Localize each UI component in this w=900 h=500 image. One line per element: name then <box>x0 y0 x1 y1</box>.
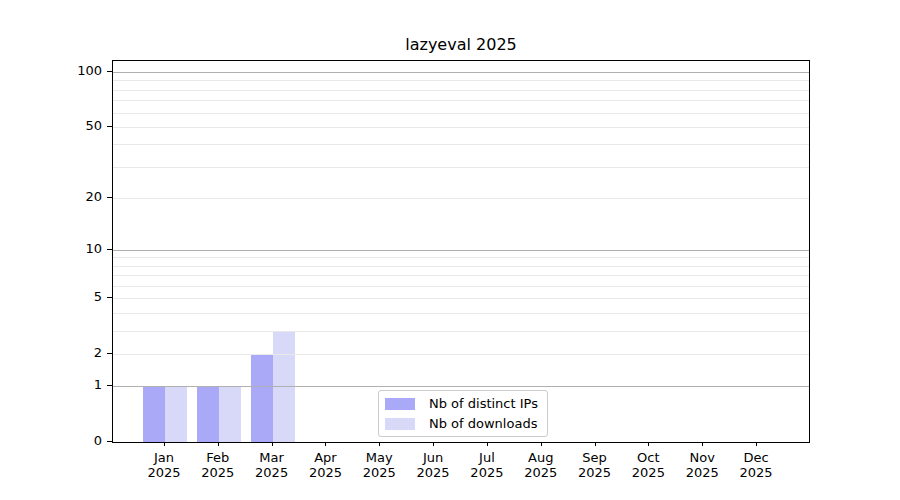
x-tick-label-jan: Jan 2025 <box>134 450 194 480</box>
y-tick-100 <box>107 71 112 72</box>
gridline-50 <box>113 127 809 128</box>
chart-figure: lazyeval 2025 Nb of distinct IPs Nb of d… <box>0 0 900 500</box>
gridline-2 <box>113 354 809 355</box>
gridline-10 <box>113 250 809 251</box>
gridline-1 <box>113 386 809 387</box>
legend-swatch-downloads <box>385 418 415 430</box>
y-tick-label-5: 5 <box>2 289 102 305</box>
legend-label-downloads: Nb of downloads <box>429 416 537 432</box>
x-tick-jun <box>433 442 434 446</box>
plot-area: Nb of distinct IPs Nb of downloads <box>112 60 810 443</box>
x-tick-may <box>379 442 380 446</box>
legend-label-distinct-ips: Nb of distinct IPs <box>429 396 538 412</box>
y-tick-20 <box>107 197 112 198</box>
x-tick-label-oct: Oct 2025 <box>618 450 678 480</box>
y-tick-label-100: 100 <box>2 63 102 79</box>
x-tick-nov <box>702 442 703 446</box>
x-tick-label-dec: Dec 2025 <box>726 450 786 480</box>
grid-layer <box>113 61 809 442</box>
y-tick-label-10: 10 <box>2 241 102 257</box>
gridline-20 <box>113 198 809 199</box>
y-tick-0 <box>107 441 112 442</box>
x-tick-feb <box>218 442 219 446</box>
legend-swatch-distinct-ips <box>385 398 415 410</box>
x-tick-label-apr: Apr 2025 <box>295 450 355 480</box>
y-tick-50 <box>107 126 112 127</box>
x-tick-sep <box>595 442 596 446</box>
gridline-7 <box>113 275 809 276</box>
x-tick-jan <box>164 442 165 446</box>
gridline-3 <box>113 331 809 332</box>
y-tick-label-20: 20 <box>2 189 102 205</box>
y-tick-label-0: 0 <box>2 433 102 449</box>
y-tick-label-50: 50 <box>2 118 102 134</box>
gridline-100 <box>113 72 809 73</box>
gridline-40 <box>113 144 809 145</box>
y-tick-label-1: 1 <box>2 377 102 393</box>
x-tick-label-jul: Jul 2025 <box>457 450 517 480</box>
legend-entry-distinct-ips: Nb of distinct IPs <box>385 396 539 412</box>
gridline-60 <box>113 113 809 114</box>
x-tick-label-jun: Jun 2025 <box>403 450 463 480</box>
x-tick-label-may: May 2025 <box>349 450 409 480</box>
y-tick-5 <box>107 297 112 298</box>
gridline-80 <box>113 90 809 91</box>
gridline-4 <box>113 313 809 314</box>
x-tick-apr <box>325 442 326 446</box>
gridline-8 <box>113 266 809 267</box>
x-tick-label-mar: Mar 2025 <box>242 450 302 480</box>
x-tick-mar <box>272 442 273 446</box>
y-tick-1 <box>107 385 112 386</box>
x-tick-label-aug: Aug 2025 <box>511 450 571 480</box>
x-tick-aug <box>541 442 542 446</box>
y-tick-10 <box>107 249 112 250</box>
gridline-70 <box>113 100 809 101</box>
gridline-6 <box>113 286 809 287</box>
y-tick-2 <box>107 353 112 354</box>
gridline-90 <box>113 80 809 81</box>
y-tick-label-2: 2 <box>2 345 102 361</box>
x-tick-dec <box>756 442 757 446</box>
x-tick-jul <box>487 442 488 446</box>
gridline-5 <box>113 298 809 299</box>
gridline-30 <box>113 167 809 168</box>
legend: Nb of distinct IPs Nb of downloads <box>378 390 548 437</box>
gridline-9 <box>113 257 809 258</box>
x-tick-label-sep: Sep 2025 <box>565 450 625 480</box>
chart-title: lazyeval 2025 <box>112 35 810 55</box>
x-tick-label-feb: Feb 2025 <box>188 450 248 480</box>
x-tick-oct <box>648 442 649 446</box>
x-tick-label-nov: Nov 2025 <box>672 450 732 480</box>
legend-entry-downloads: Nb of downloads <box>385 416 539 432</box>
